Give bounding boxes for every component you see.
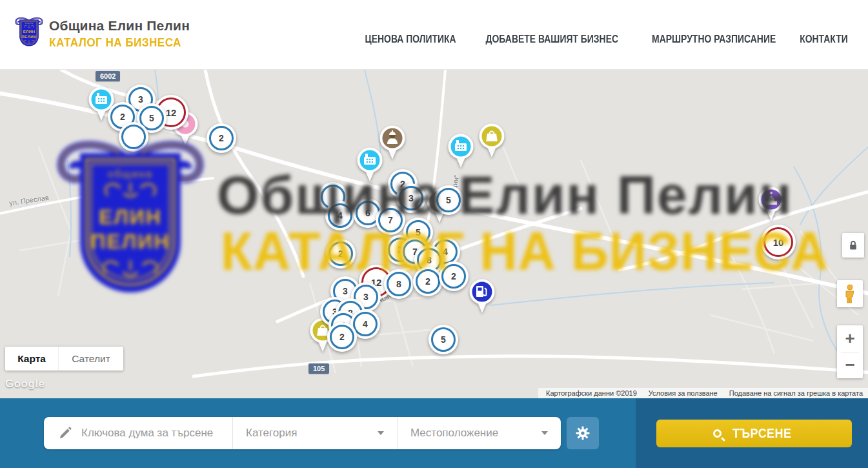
map-type-satellite-button[interactable]: Сателит [58,347,123,371]
site-title: Община Елин Пелин [49,18,190,34]
cluster-marker[interactable]: 7 [376,205,405,235]
site-subtitle: КАТАЛОГ НА БИЗНЕСА [49,36,183,50]
category-select-label: Категория [246,427,297,440]
nav-route-schedule[interactable]: МАРШРУТНО РАЗПИСАНИЕ [652,33,776,46]
cluster-marker[interactable]: 2 [439,261,469,291]
search-bar: Категория Местоположение [0,398,868,468]
cluster-marker[interactable]: 10 [761,225,796,259]
cluster-marker[interactable]: 5 [434,185,463,215]
cluster-marker[interactable]: 8 [384,269,414,299]
church-pin[interactable] [756,186,786,225]
zoom-in-button[interactable]: + [837,325,863,352]
search-button[interactable]: ТЪРСЕНЕ [656,420,852,447]
cluster-marker[interactable]: 3 [396,183,426,213]
google-logo[interactable]: Google [5,378,45,391]
advanced-settings-button[interactable] [567,417,599,449]
location-select[interactable]: Местоположение [397,417,561,449]
attribution-copyright: Картографски данни ©2019 [546,389,637,397]
gear-icon [574,425,591,442]
map-canvas[interactable]: 6002105 ул. Преславбул. „Новоселции“ 321… [0,70,868,398]
zoom-control: + − [837,325,863,378]
svg-text:община: община [25,22,33,25]
cluster-marker[interactable]: 5 [429,325,458,354]
lock-icon [849,240,858,250]
cluster-marker[interactable]: 2 [326,239,356,269]
chevron-down-icon [541,431,548,435]
nav-pricing-policy[interactable]: ЦЕНОВА ПОЛИТИКА [365,33,456,46]
search-field-group: Категория Местоположение [44,417,561,449]
map-attribution: Картографски данни ©2019 Условия за полз… [538,388,868,398]
search-icon [713,429,722,438]
cluster-marker[interactable]: 2 [207,123,236,153]
main-nav: ЦЕНОВА ПОЛИТИКА ДОБАВЕТЕ ВАШИЯТ БИЗНЕС М… [355,0,853,70]
factory-pin[interactable] [355,147,385,186]
cluster-marker[interactable]: 2 [327,322,357,352]
fuel-station-pin[interactable] [467,278,497,318]
map-type-control: Карта Сателит [5,347,123,371]
terms-link[interactable]: Условия за ползване [649,389,718,397]
keyword-field[interactable] [44,417,232,449]
cluster-marker[interactable] [119,122,148,152]
crest-icon: община ЕЛИН ПЕЛИН [14,17,44,50]
zoom-out-button[interactable]: − [837,352,863,379]
report-error-link[interactable]: Подаване на сигнал за грешка в картата [729,389,863,397]
lock-button[interactable] [842,233,864,258]
search-button-label: ТЪРСЕНЕ [732,426,791,441]
pegman-control[interactable] [837,280,863,307]
pencil-icon [58,426,72,440]
brand-block[interactable]: Община Елин Пелин КАТАЛОГ НА БИЗНЕСА [49,18,190,50]
markers-layer: 321252235467522748128223338342510 [0,70,868,398]
page: община ЕЛИН ПЕЛИН Община Елин Пелин КАТА… [0,0,868,468]
municipality-logo[interactable]: община ЕЛИН ПЕЛИН [14,17,44,53]
header: община ЕЛИН ПЕЛИН Община Елин Пелин КАТА… [0,0,868,70]
location-select-label: Местоположение [410,427,498,440]
cluster-marker[interactable]: 2 [413,267,443,296]
category-select[interactable]: Категория [232,417,397,449]
factory-pin[interactable] [446,133,476,172]
nav-contacts[interactable]: КОНТАКТИ [800,33,848,46]
map-type-map-button[interactable]: Карта [5,347,58,371]
cluster-marker[interactable]: 4 [325,201,355,230]
pegman-icon [843,284,857,303]
shopping-pin[interactable] [477,123,507,162]
svg-text:ЕЛИН: ЕЛИН [23,29,35,34]
keyword-input[interactable] [81,427,214,440]
nav-add-business[interactable]: ДОБАВЕТЕ ВАШИЯТ БИЗНЕС [486,33,618,46]
chevron-down-icon [378,431,384,435]
svg-text:ПЕЛИН: ПЕЛИН [21,34,36,39]
